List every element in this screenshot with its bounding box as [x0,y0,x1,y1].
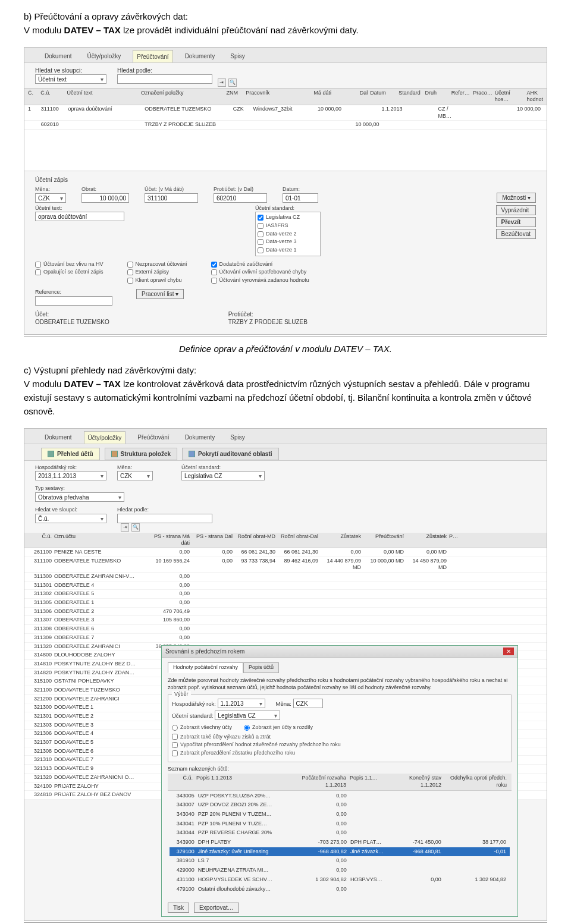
chk-recalc[interactable]: Vypočítat přerozdělení hodnot závěrečné … [172,741,507,749]
search-find-icon-2[interactable]: 🔍 [131,523,140,532]
label-protiucet: Protiúčet: (v Dal) [214,186,267,193]
popup-row[interactable]: 343900DPH PLATBY-703 273,00DPH PLAT…-741… [170,838,510,847]
tab-spisy[interactable]: Spisy [227,50,248,62]
currency-select[interactable]: CZK [35,193,66,203]
fiscal-year-select[interactable]: 2013,1.1.2013 [35,471,106,480]
reference-input[interactable] [35,296,112,306]
popup-fy-select[interactable]: 1.1.2013 [218,699,265,708]
popup-row[interactable]: 343040PZP 20% PLNENI V TUZEM…0,00 [170,810,510,819]
account-input[interactable]: 311100 [145,193,198,203]
search-col-2[interactable]: Č.ú. [35,514,106,523]
worksheet-button[interactable]: Pracovní list ▾ [136,289,184,299]
std-option[interactable]: IAS/IFRS [258,222,318,230]
popup-row[interactable]: 343005UZP POSKYT.SLUZBA 20%…0,00 [170,791,510,801]
date-input[interactable]: 01-01 [283,193,318,203]
acc2-value: ODBERATELE TUZEMSKO [35,319,109,325]
search-input[interactable] [117,74,212,84]
label-std2: Účetní standard: [181,464,265,472]
table-row[interactable]: 311100ODBERATELE TUZEMSKO10 169 556,240,… [24,557,547,573]
section-title: Účetní zápis [35,176,536,184]
accounting-text-input[interactable]: oprava doúčtování [35,212,124,221]
tab2-ucty[interactable]: Účty/položky [84,431,126,444]
label-acc2: Účet: [35,311,49,318]
table-row[interactable]: 602010TRZBY Z PRODEJE SLUZEB10 000,00 [24,121,547,130]
standard-select[interactable]: Legislativa CZ [181,471,265,480]
option-checkbox[interactable]: Externí zápisy [127,269,187,276]
label-curr2: Měna: [117,464,171,472]
option-checkbox[interactable]: Opakující se účetní zápis [35,269,103,276]
table-row[interactable]: 311307ODBERATELE 3105 860,00 [24,616,547,625]
popup-row[interactable]: 479100Ostatní dlouhodobé závazky…0,00 [170,885,510,894]
std-option[interactable]: Data-verze 3 [258,238,318,246]
std-option[interactable]: Legislativa CZ [258,214,318,221]
popup-row[interactable]: 343007UZP DOVOZ ZBOZI 20% ZE…0,00 [170,800,510,810]
chk-pl-accounts[interactable]: Zobrazit také účty výkazu zisků a ztrát [172,734,507,741]
export-button[interactable]: Exportovat… [194,903,239,913]
std-option[interactable]: Data-verze 2 [258,231,318,238]
popup-row[interactable]: 429000NEUHRAZENA ZTRATA MI…0,00 [170,866,510,875]
print-button[interactable]: Tisk [168,903,189,913]
label-obrat: Obrat: [81,186,129,193]
table-row[interactable]: 311300ODBERATELE ZAHRANICNI-V…0,00 [24,573,547,582]
amount-input[interactable]: 10 000,00 [81,193,129,203]
popup-row[interactable]: 343041PZP 10% PLNENI V TUZE…0,00 [170,819,510,829]
search-find-icon[interactable]: 🔍 [228,78,237,87]
std-option[interactable]: Data-verze 1 [258,247,318,254]
table-row[interactable]: 311306ODBERATELE 2470 706,49 [24,608,547,617]
tab-dokumenty[interactable]: Dokumenty [181,50,219,62]
clear-button[interactable]: Vyprázdnit [496,205,536,215]
table-row[interactable]: 261100PENIZE NA CESTE0,000,0066 061 241,… [24,548,547,557]
radio-diff-accounts[interactable]: Zobrazit jen účty s rozdíly [244,724,313,731]
table-row[interactable]: 311301ODBERATELE 40,00 [24,582,547,590]
popup-tab-desc[interactable]: Popis účtů [243,662,279,673]
option-checkbox[interactable]: Klient opravil chybu [127,277,187,284]
p-label-fy: Hospodářský rok: [172,700,216,707]
tab-preuctovani[interactable]: Přeúčtování [133,50,172,62]
subtab-prehled[interactable]: Přehled účtů [41,448,100,460]
subtab-struktura[interactable]: Struktura položek [105,448,177,460]
search-go-icon-2[interactable]: ⇥ [121,523,129,532]
label-search-by: Hledat podle: [117,67,152,74]
option-checkbox[interactable]: Nezpracovat účtování [127,261,187,268]
search-column-select[interactable]: Účetní text [35,74,106,84]
tab2-dokumenty[interactable]: Dokumenty [181,431,219,444]
tab-ucty[interactable]: Účty/položky [84,50,125,62]
chk-show-redist[interactable]: Zobrazit přerozdělení zůstatku předchozí… [172,750,507,757]
option-checkbox[interactable]: Účtování bez vlivu na HV [35,261,103,268]
tab2-spisy[interactable]: Spisy [227,431,248,444]
tab-dokument[interactable]: Dokument [41,50,76,62]
take-button[interactable]: Převzít [496,217,536,227]
table-row[interactable]: 1311100oprava doúčtováníODBERATELE TUZEM… [24,105,547,121]
table-row[interactable]: 311308ODBERATELE 60,00 [24,625,547,634]
label-search2: Hledat ve sloupci: [35,507,106,514]
table-row[interactable]: 311309ODBERATELE 70,00 [24,634,547,643]
contra-account-input[interactable]: 602010 [214,193,267,203]
table-row[interactable]: 311302ODBERATELE 50,00 [24,590,547,599]
popup-currency[interactable]: CZK [293,699,323,708]
label-mena: Měna: [35,186,66,193]
table-row[interactable]: 311305ODBERATELE 10,00 [24,599,547,608]
radio-all-accounts[interactable]: Zobrazit všechny účty [172,724,232,731]
popup-tab-values[interactable]: Hodnoty počáteční rozvahy [168,662,243,673]
popup-standard[interactable]: Legislativa CZ [215,711,280,720]
popup-row[interactable]: 381910LS 70,00 [170,856,510,866]
tab2-dokument[interactable]: Dokument [41,431,76,444]
popup-row[interactable]: 343044PZP REVERSE CHARGE 20%0,00 [170,828,510,838]
popup-row[interactable]: 379100Jiné závazky: úvěr Unileasing-968 … [170,847,510,857]
options-button[interactable]: Možnosti ▾ [497,193,536,203]
popup-row[interactable]: 431100HOSP.VYSLEDEK VE SCHV…1 302 904,82… [170,875,510,885]
popup-grid-header: Č.ú. Popis 1.1.2013 Počáteční rozvaha 1.… [168,774,512,790]
close-icon[interactable]: ✕ [503,648,514,655]
noaccount-button[interactable]: Bezúčtovat [496,229,536,239]
search-input-2[interactable] [117,514,212,523]
tab2-preuctovani[interactable]: Přeúčtování [134,431,172,444]
report-type-select[interactable]: Obratová předvaha [35,492,124,502]
option-checkbox[interactable]: Účtování ovlivní spotřebované chyby [211,269,309,276]
search-go-icon[interactable]: ⇥ [218,78,226,87]
currency-select-2[interactable]: CZK [117,471,153,480]
subtab-pokryti[interactable]: Pokrytí auditované oblasti [182,448,278,460]
option-checkbox[interactable]: Dodatečné zaúčtování [211,261,309,268]
option-checkbox[interactable]: Účtování vyrovnává zadanou hodnotu [211,277,309,284]
paragraph-c: c) Výstupní přehledy nad závěrkovými dat… [24,363,547,419]
popup-title: Srovnání s předchozím rokem [165,648,244,655]
